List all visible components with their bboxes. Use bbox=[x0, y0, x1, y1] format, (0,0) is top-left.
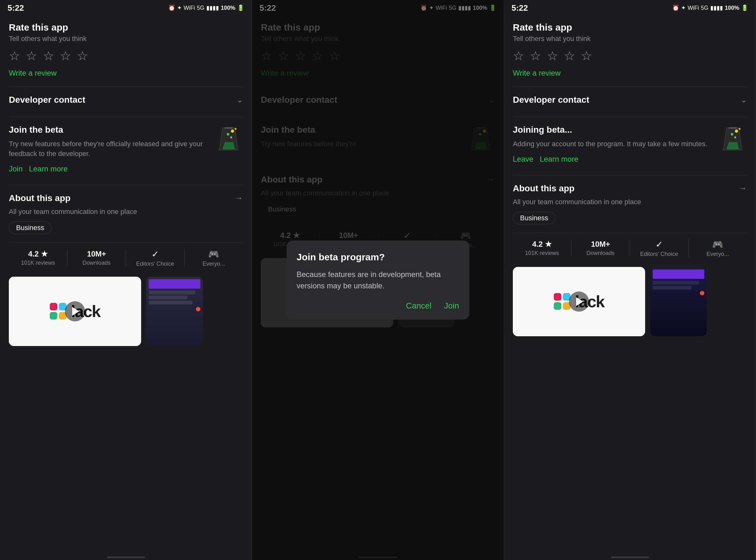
play-button-left[interactable] bbox=[65, 301, 85, 321]
svg-text:✦: ✦ bbox=[234, 126, 238, 132]
slack-logo-left: lack bbox=[9, 277, 141, 346]
about-header-left: About this app → bbox=[9, 193, 243, 203]
leave-beta-button-right[interactable]: Leave bbox=[513, 155, 533, 163]
battery-left: 100% bbox=[221, 5, 235, 11]
stat-editors-left: ✓ Editors' Choice bbox=[126, 249, 185, 267]
star-1[interactable]: ☆ bbox=[9, 48, 20, 63]
svg-point-15 bbox=[731, 133, 733, 136]
panel-right: 5:22 ⏰ ✦ WiFi 5G ▮▮▮▮ 100% 🔋 Rate this a… bbox=[504, 0, 756, 560]
developer-contact-left[interactable]: Developer contact ⌄ bbox=[9, 86, 243, 113]
status-icons-right: ⏰ ✦ WiFi 5G ▮▮▮▮ 100% 🔋 bbox=[672, 4, 748, 11]
alarm-icon: ⏰ bbox=[168, 4, 175, 11]
developer-contact-right[interactable]: Developer contact ⌄ bbox=[513, 86, 747, 113]
stats-row-right: 4.2 ★ 101K reviews 10M+ Downloads ✓ Edit… bbox=[513, 233, 747, 264]
battery-icon-r: 🔋 bbox=[741, 4, 748, 11]
star-r4[interactable]: ☆ bbox=[564, 48, 575, 63]
stat-rating-system-left: 🎮 Everyo... bbox=[185, 249, 243, 267]
beta-title-right: Joining beta... bbox=[513, 125, 712, 135]
join-beta-button-left[interactable]: Join bbox=[9, 164, 23, 173]
play-triangle-right bbox=[576, 297, 583, 306]
screenshot-main-right[interactable]: lack bbox=[513, 267, 645, 336]
stat-everyone-label-r: Everyo... bbox=[689, 251, 747, 258]
screenshot-small-left[interactable] bbox=[146, 277, 203, 346]
about-header-right: About this app → bbox=[513, 183, 747, 194]
about-section-right: About this app → All your team communica… bbox=[513, 175, 747, 233]
rate-subtitle-right: Tell others what you think bbox=[513, 35, 747, 43]
beta-actions-right: Leave Learn more bbox=[513, 155, 712, 163]
developer-contact-title-left: Developer contact bbox=[9, 95, 85, 105]
svg-point-16 bbox=[734, 137, 736, 138]
rate-title-left: Rate this app bbox=[9, 22, 243, 33]
stat-downloads-label-r: Downloads bbox=[571, 250, 630, 257]
beta-learn-more-right[interactable]: Learn more bbox=[539, 155, 578, 163]
screenshot-small-right[interactable] bbox=[650, 267, 707, 336]
star-5[interactable]: ☆ bbox=[77, 48, 88, 63]
signal-bars-icon: ▮▮▮▮ bbox=[206, 4, 219, 11]
scroll-indicator-left bbox=[107, 557, 145, 558]
beta-flask-icon-left: ✦ bbox=[214, 125, 243, 153]
play-button-right[interactable] bbox=[569, 292, 589, 312]
rate-section-right: Rate this app Tell others what you think… bbox=[513, 22, 747, 78]
dialog-cancel-button[interactable]: Cancel bbox=[406, 301, 432, 311]
signal-icon: 5G bbox=[197, 5, 204, 11]
beta-section-left: Join the beta Try new features before th… bbox=[9, 116, 243, 181]
rating-system-icon-r: 🎮 bbox=[689, 239, 747, 249]
beta-left-content: Join the beta Try new features before th… bbox=[9, 125, 214, 173]
slack-logo-right: lack bbox=[513, 267, 645, 336]
star-2[interactable]: ☆ bbox=[26, 48, 37, 63]
star-r2[interactable]: ☆ bbox=[530, 48, 541, 63]
star-r3[interactable]: ☆ bbox=[547, 48, 558, 63]
stat-rating-left: 4.2 ★ 101K reviews bbox=[9, 249, 67, 266]
svg-point-3 bbox=[227, 133, 229, 136]
write-review-left[interactable]: Write a review bbox=[9, 69, 243, 78]
beta-flask-icon-right: ✦ bbox=[718, 125, 747, 153]
editors-choice-icon-r: ✓ bbox=[630, 239, 688, 249]
star-r1[interactable]: ☆ bbox=[513, 48, 524, 63]
write-review-right[interactable]: Write a review bbox=[513, 69, 747, 78]
wifi-icon: WiFi bbox=[184, 5, 195, 11]
about-title-left: About this app bbox=[9, 193, 70, 203]
status-time-left: 5:22 bbox=[7, 3, 24, 13]
signal-icon-r: 5G bbox=[701, 5, 709, 11]
about-desc-right: All your team communication in one place bbox=[513, 198, 747, 206]
stat-editors-right: ✓ Editors' Choice bbox=[630, 239, 689, 258]
developer-contact-title-right: Developer contact bbox=[513, 95, 589, 105]
dialog-join-button[interactable]: Join bbox=[444, 301, 459, 311]
stat-everyonelabel-left: Everyo... bbox=[185, 261, 243, 267]
star-3[interactable]: ☆ bbox=[43, 48, 54, 63]
battery-icon: 🔋 bbox=[237, 4, 244, 11]
battery-right: 100% bbox=[725, 5, 739, 11]
stat-rating-label-left: 101K reviews bbox=[9, 260, 67, 266]
status-icons-left: ⏰ ✦ WiFi 5G ▮▮▮▮ 100% 🔋 bbox=[168, 4, 244, 11]
beta-joining-desc-right: Adding your account to the program. It m… bbox=[513, 139, 712, 149]
editors-choice-icon-left: ✓ bbox=[126, 249, 184, 259]
scroll-indicator-right bbox=[611, 557, 649, 558]
arrow-right-icon-left[interactable]: → bbox=[235, 193, 243, 203]
beta-learn-more-left[interactable]: Learn more bbox=[29, 164, 68, 173]
star-4[interactable]: ☆ bbox=[60, 48, 71, 63]
alarm-icon-r: ⏰ bbox=[672, 4, 679, 11]
signal-bars-icon-r: ▮▮▮▮ bbox=[710, 4, 723, 11]
bluetooth-icon: ✦ bbox=[177, 4, 182, 11]
stat-rating-value-left: 4.2 ★ bbox=[9, 249, 67, 258]
chevron-down-icon-right: ⌄ bbox=[740, 96, 747, 104]
panel-left: 5:22 ⏰ ✦ WiFi 5G ▮▮▮▮ 100% 🔋 Rate this a… bbox=[0, 0, 252, 560]
beta-left-content-r: Joining beta... Adding your account to t… bbox=[513, 125, 718, 163]
join-beta-dialog: Join beta program? Because features are … bbox=[287, 240, 469, 320]
dialog-body: Because features are in development, bet… bbox=[297, 269, 459, 292]
dialog-title: Join beta program? bbox=[297, 252, 459, 262]
arrow-right-icon-right[interactable]: → bbox=[739, 183, 747, 193]
tag-business-left[interactable]: Business bbox=[9, 222, 52, 234]
tag-business-right[interactable]: Business bbox=[513, 212, 555, 224]
stars-row-left: ☆ ☆ ☆ ☆ ☆ bbox=[9, 48, 243, 63]
screenshots-right: lack bbox=[513, 264, 747, 336]
wifi-icon-r: WiFi bbox=[688, 5, 699, 11]
screenshot-main-left[interactable]: lack bbox=[9, 277, 141, 346]
star-r5[interactable]: ☆ bbox=[581, 48, 592, 63]
status-time-right: 5:22 bbox=[512, 3, 528, 13]
stat-downloads-label-left: Downloads bbox=[67, 260, 126, 266]
bluetooth-icon-r: ✦ bbox=[681, 4, 686, 11]
stat-downloads-value-left: 10M+ bbox=[67, 249, 126, 258]
rate-subtitle-left: Tell others what you think bbox=[9, 35, 243, 43]
beta-title-left: Join the beta bbox=[9, 125, 208, 135]
